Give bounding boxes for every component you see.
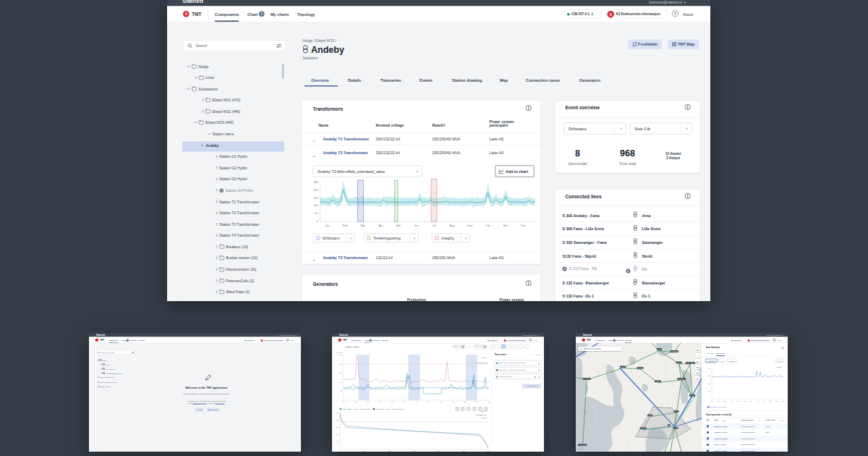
svg-text:Sep: Sep: [439, 401, 442, 402]
svg-text:— Tilsvarer: — Tilsvarer: [480, 417, 487, 418]
svg-text:Jul: Jul: [415, 401, 417, 402]
svg-text:Feb: Feb: [354, 401, 357, 402]
svg-text:8760: 8760: [487, 450, 490, 452]
svg-text:Apr: Apr: [379, 224, 384, 227]
svg-text:7300: 7300: [462, 450, 466, 452]
svg-text:Mar: Mar: [723, 400, 726, 402]
svg-text:Jul: Jul: [750, 400, 752, 402]
svg-text:Zoom 🔍: Zoom 🔍: [481, 410, 488, 413]
svg-text:Evanger: Evanger: [655, 381, 660, 382]
svg-text:Sept: Sept: [467, 224, 474, 227]
svg-text:MW: MW: [340, 352, 344, 353]
svg-text:Hamre: Hamre: [648, 415, 652, 416]
svg-text:Sep: Sep: [762, 400, 765, 402]
svg-text:Aug: Aug: [427, 401, 430, 402]
svg-text:Fedje: Fedje: [658, 348, 661, 350]
svg-text:Jan: Jan: [711, 400, 713, 402]
svg-text:Zoom 🔍: Zoom 🔍: [777, 366, 783, 368]
svg-text:50: 50: [336, 441, 339, 442]
svg-text:S300 Andeby - Ulleviq: Aktiv e: S300 Andeby - Ulleviq: Aktiv effekt_valu…: [343, 408, 372, 410]
svg-text:Des: Des: [475, 401, 478, 402]
svg-text:400: 400: [708, 368, 711, 369]
svg-text:100: 100: [708, 390, 711, 392]
svg-text:200: 200: [708, 383, 711, 384]
svg-text:Trodal: Trodal: [690, 394, 694, 396]
svg-text:Jun: Jun: [403, 401, 405, 402]
svg-text:100: 100: [339, 381, 343, 383]
svg-text:Jun: Jun: [414, 224, 418, 227]
svg-text:S300 Ulleviq - Andeby: Aktiv e: S300 Ulleviq - Andeby: Aktiv effekt_valu…: [376, 408, 405, 410]
svg-text:Nov: Nov: [775, 400, 778, 402]
svg-text:Mjølfjell: Mjølfjell: [679, 378, 684, 379]
svg-text:Mai: Mai: [391, 401, 393, 402]
svg-text:Mar: Mar: [361, 224, 366, 227]
svg-text:250: 250: [336, 412, 339, 413]
svg-text:200: 200: [336, 419, 339, 421]
svg-text:300: 300: [708, 375, 711, 376]
svg-text:Okt: Okt: [770, 400, 772, 402]
svg-text:Feb: Feb: [343, 224, 347, 227]
svg-text:Aug: Aug: [756, 400, 758, 402]
svg-text:50: 50: [315, 212, 318, 215]
svg-text:150: 150: [339, 372, 343, 373]
svg-text:Kollsnes: Kollsnes: [584, 378, 589, 379]
svg-text:200: 200: [313, 189, 318, 192]
svg-text:100: 100: [313, 204, 318, 207]
svg-text:150: 150: [313, 197, 318, 200]
svg-text:0: 0: [339, 450, 341, 452]
svg-text:Jan: Jan: [342, 401, 344, 402]
svg-text:Hylli: Hylli: [675, 410, 678, 412]
svg-text:Jun: Jun: [744, 400, 746, 402]
svg-text:250: 250: [339, 354, 343, 355]
svg-text:Lindås: Lindås: [621, 366, 625, 368]
svg-text:Mai: Mai: [396, 224, 401, 227]
svg-text:Okt: Okt: [486, 224, 491, 227]
svg-text:150: 150: [336, 426, 339, 428]
svg-text:Wrangsnes: Wrangsnes: [671, 350, 678, 352]
svg-text:0: 0: [316, 220, 318, 223]
svg-text:Kartverket: Kartverket: [578, 448, 584, 449]
svg-text:1460: 1460: [363, 450, 367, 452]
svg-text:Mar: Mar: [367, 401, 370, 402]
svg-text:● Threshold value: ● Threshold value: [476, 362, 488, 363]
svg-text:Nov: Nov: [464, 401, 467, 402]
svg-text:● Threshold value: ● Threshold value: [475, 414, 488, 415]
svg-text:100: 100: [336, 434, 339, 435]
svg-text:Jan: Jan: [325, 224, 329, 227]
svg-text:4380: 4380: [412, 450, 416, 452]
svg-text:Feb: Feb: [717, 400, 719, 402]
svg-text:Des: Des: [782, 400, 784, 402]
svg-text:2920: 2920: [388, 450, 391, 452]
svg-text:Mai: Mai: [737, 400, 739, 402]
svg-text:Ravneberget: Ravneberget: [687, 362, 695, 363]
svg-text:Forland: Forland: [641, 428, 645, 429]
svg-text:Aug: Aug: [450, 224, 455, 227]
svg-text:Rådal: Rådal: [674, 427, 678, 428]
svg-text:Des: Des: [521, 224, 526, 227]
svg-text:Hennøysund: Hennøysund: [579, 444, 587, 446]
svg-text:Nov: Nov: [503, 224, 509, 227]
svg-text:50: 50: [340, 390, 342, 392]
svg-text:250: 250: [313, 181, 318, 184]
svg-text:Apr: Apr: [378, 401, 380, 402]
svg-text:200: 200: [339, 363, 343, 365]
svg-text:5840: 5840: [437, 450, 441, 452]
svg-text:Jan: Jan: [488, 401, 490, 402]
svg-text:Lonevåg: Lonevåg: [637, 367, 642, 368]
svg-text:Apr: Apr: [731, 400, 733, 402]
svg-text:Jul: Jul: [433, 224, 436, 227]
svg-text:0: 0: [338, 449, 339, 450]
svg-text:Zoom 🔍: Zoom 🔍: [482, 357, 488, 359]
svg-text:Okt: Okt: [451, 401, 454, 402]
